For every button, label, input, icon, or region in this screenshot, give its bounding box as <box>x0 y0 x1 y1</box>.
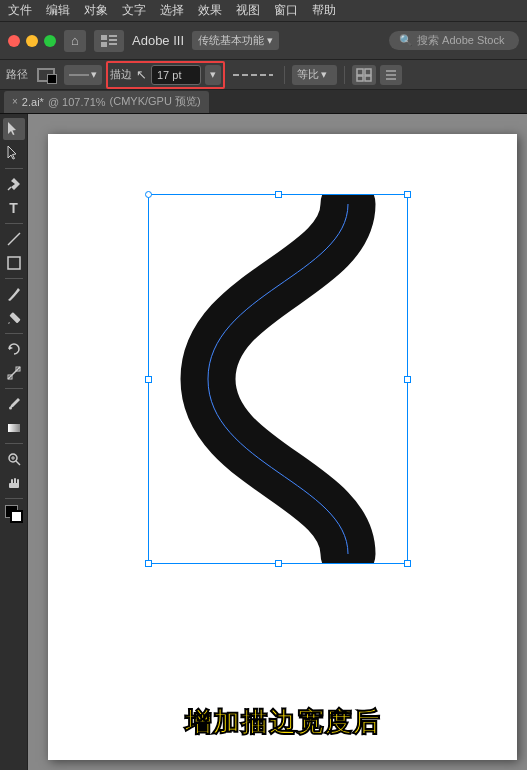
line-tool-button[interactable] <box>3 228 25 250</box>
menu-edit[interactable]: 编辑 <box>46 2 70 19</box>
svg-rect-8 <box>357 76 363 81</box>
svg-rect-7 <box>365 69 371 75</box>
type-icon: T <box>9 200 18 216</box>
type-tool-button[interactable]: T <box>3 197 25 219</box>
paintbrush-tool-button[interactable] <box>3 283 25 305</box>
svg-line-16 <box>8 233 20 245</box>
options-bar: 路径 ▾ 描边 ↖ 17 pt ▾ 等比 ▾ <box>0 60 527 90</box>
caption-area: 增加描边宽度后 <box>185 705 381 740</box>
svg-rect-9 <box>365 76 371 81</box>
menu-window[interactable]: 窗口 <box>274 2 298 19</box>
stroke-type-dropdown[interactable]: ▾ <box>64 65 102 85</box>
options-menu-button[interactable] <box>380 65 402 85</box>
menu-type[interactable]: 文字 <box>122 2 146 19</box>
rotate-tool-button[interactable] <box>3 338 25 360</box>
caption-text: 增加描边宽度后 <box>185 708 381 737</box>
traffic-lights <box>8 35 56 47</box>
menu-file[interactable]: 文件 <box>8 2 32 19</box>
svg-marker-14 <box>8 146 16 159</box>
tab-close-button[interactable]: × <box>12 96 18 107</box>
tab-bar: × 2.ai* @ 107.71% (CMYK/GPU 预览) <box>0 90 527 114</box>
maximize-window-button[interactable] <box>44 35 56 47</box>
svg-rect-0 <box>101 35 107 40</box>
svg-line-15 <box>8 187 11 190</box>
left-toolbar: T <box>0 114 28 770</box>
menu-bar: 文件 编辑 对象 文字 选择 效果 视图 窗口 帮助 <box>0 0 527 22</box>
path-label: 路径 <box>6 67 28 82</box>
workspace-dropdown[interactable]: 传统基本功能 ▾ <box>192 31 279 50</box>
cursor-icon: ↖ <box>136 67 147 82</box>
minimize-window-button[interactable] <box>26 35 38 47</box>
zoom-tool-button[interactable] <box>3 448 25 470</box>
home-button[interactable]: ⌂ <box>64 30 86 52</box>
eyedropper-tool-button[interactable] <box>3 393 25 415</box>
main-layout: T <box>0 114 527 770</box>
artwork-svg <box>148 194 408 564</box>
pen-tool-button[interactable] <box>3 173 25 195</box>
options-divider-2 <box>344 66 345 84</box>
gradient-tool-button[interactable] <box>3 417 25 439</box>
svg-marker-13 <box>8 122 16 135</box>
svg-rect-2 <box>109 39 117 41</box>
toolbar-separator-1 <box>5 168 23 169</box>
menu-view[interactable]: 视图 <box>236 2 260 19</box>
svg-marker-20 <box>9 346 13 350</box>
stroke-box <box>10 510 23 523</box>
scale-tool-button[interactable] <box>3 362 25 384</box>
tab-colormode: (CMYK/GPU 预览) <box>110 94 201 109</box>
options-divider-1 <box>284 66 285 84</box>
arrange-button[interactable] <box>352 65 376 85</box>
toolbar-separator-3 <box>5 278 23 279</box>
menu-select[interactable]: 选择 <box>160 2 184 19</box>
canvas-document: 增加描边宽度后 <box>48 134 517 760</box>
svg-rect-1 <box>109 35 117 37</box>
svg-rect-25 <box>8 424 20 432</box>
ratio-dropdown[interactable]: 等比 ▾ <box>292 65 337 85</box>
toolbar-separator-7 <box>5 498 23 499</box>
close-window-button[interactable] <box>8 35 20 47</box>
toolbar-separator-4 <box>5 333 23 334</box>
svg-rect-18 <box>9 312 20 323</box>
search-stock-input[interactable]: 🔍 搜索 Adobe Stock <box>389 31 519 50</box>
canvas-area: 增加描边宽度后 <box>28 114 527 770</box>
search-icon: 🔍 <box>399 34 413 47</box>
direct-select-tool-button[interactable] <box>3 142 25 164</box>
svg-rect-33 <box>9 483 19 488</box>
tab-zoom: @ 107.71% <box>48 96 106 108</box>
toolbar-separator-6 <box>5 443 23 444</box>
app-name: Adobe III <box>132 33 184 48</box>
toolbar-separator-5 <box>5 388 23 389</box>
menu-effect[interactable]: 效果 <box>198 2 222 19</box>
svg-rect-3 <box>101 42 107 47</box>
rectangle-tool-button[interactable] <box>3 252 25 274</box>
document-tab[interactable]: × 2.ai* @ 107.71% (CMYK/GPU 预览) <box>4 91 209 113</box>
fill-stroke-boxes[interactable] <box>3 503 25 525</box>
title-bar: ⌂ Adobe III 传统基本功能 ▾ 🔍 搜索 Adobe Stock <box>0 22 527 60</box>
stroke-width-highlight: 描边 ↖ 17 pt ▾ <box>106 61 225 89</box>
stroke-unit-dropdown[interactable]: ▾ <box>205 65 221 85</box>
hand-tool-button[interactable] <box>3 472 25 494</box>
svg-rect-6 <box>357 69 363 75</box>
svg-rect-17 <box>8 257 20 269</box>
toolbar-separator-2 <box>5 223 23 224</box>
select-tool-button[interactable] <box>3 118 25 140</box>
svg-line-27 <box>16 461 20 465</box>
stroke-width-input[interactable]: 17 pt <box>151 65 201 85</box>
menu-object[interactable]: 对象 <box>84 2 108 19</box>
art-area <box>148 194 408 564</box>
svg-line-21 <box>8 367 20 379</box>
stroke-label: 描边 <box>110 67 132 82</box>
stroke-color-swatch[interactable] <box>32 65 60 85</box>
svg-rect-4 <box>109 43 117 45</box>
pencil-tool-button[interactable] <box>3 307 25 329</box>
menu-help[interactable]: 帮助 <box>312 2 336 19</box>
layout-button[interactable] <box>94 30 124 52</box>
tab-filename: 2.ai* <box>22 96 44 108</box>
svg-marker-19 <box>8 322 10 324</box>
dash-line-preview <box>233 71 273 79</box>
svg-point-24 <box>9 407 12 410</box>
